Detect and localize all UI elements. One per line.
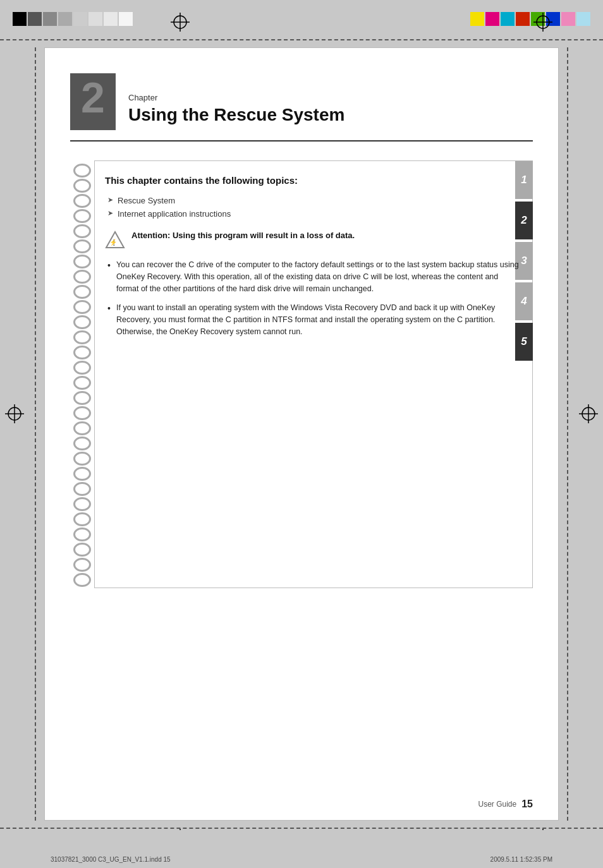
- dashed-line-bottom: [0, 828, 603, 829]
- page-footer: User Guide 15: [478, 799, 533, 810]
- color-blocks-right: [470, 12, 590, 26]
- color-block-light2: [88, 12, 102, 26]
- spiral-ring: [73, 391, 91, 405]
- content-box-header: This chapter contains the following topi…: [105, 174, 520, 187]
- topic-item: Rescue System: [107, 196, 520, 205]
- spiral-ring: [73, 315, 91, 329]
- color-block-light1: [73, 12, 87, 26]
- chapter-number-box: 2: [70, 73, 116, 130]
- spiral-ring: [73, 239, 91, 253]
- spiral-ring: [73, 346, 91, 359]
- spiral-ring: [73, 512, 91, 526]
- spiral-ring: [73, 285, 91, 299]
- filename-left: 31037821_3000 C3_UG_EN_V1.1.indd 15: [51, 856, 171, 863]
- spiral-ring: [73, 497, 91, 511]
- crosshair-mid-left: [5, 404, 24, 426]
- footer-page-number: 15: [521, 799, 533, 810]
- color-block-dark: [28, 12, 42, 26]
- tab-1-label: 1: [521, 174, 527, 186]
- spiral-ring: [73, 406, 91, 420]
- filename-right: 2009.5.11 1:52:35 PM: [490, 856, 552, 863]
- crosshair-mid-right: [579, 404, 598, 426]
- color-block-cyan: [501, 12, 515, 26]
- spiral-ring: [73, 543, 91, 557]
- chapter-number: 2: [81, 73, 105, 119]
- color-block-black: [13, 12, 27, 26]
- spiral-ring: [73, 421, 91, 435]
- vert-dash-left: [35, 47, 36, 821]
- tab-2: 2: [515, 202, 533, 239]
- spiral-ring: [73, 224, 91, 238]
- color-block-pink: [561, 12, 575, 26]
- color-block-mid1: [43, 12, 57, 26]
- attention-icon: ! ⚡: [105, 230, 125, 250]
- content-box: 1 2 3 4 5 This chapter contains the: [94, 160, 533, 588]
- print-bar-top: [0, 0, 603, 38]
- color-block-yellow: [470, 12, 484, 26]
- spiral-ring: [73, 209, 91, 223]
- topics-list: Rescue System Internet application instr…: [105, 196, 520, 219]
- spiral-ring: [73, 376, 91, 390]
- spiral-ring: [73, 452, 91, 466]
- tab-5-label: 5: [521, 335, 527, 348]
- spiral-ring: [73, 179, 91, 193]
- spiral-ring: [73, 270, 91, 284]
- bullet-list: You can recover the C drive of the compu…: [105, 259, 520, 338]
- bullet-item: If you want to install an operating syst…: [107, 302, 520, 337]
- color-blocks-left: [13, 12, 133, 26]
- chapter-header: 2 Chapter Using the Rescue System: [70, 73, 533, 130]
- filename-bar: 31037821_3000 C3_UG_EN_V1.1.indd 15 2009…: [0, 856, 603, 863]
- dashed-line-top: [0, 39, 603, 40]
- spiral-ring: [73, 482, 91, 496]
- topic-item: Internet application instructions: [107, 209, 520, 219]
- spiral-ring: [73, 467, 91, 481]
- spiral-ring: [73, 558, 91, 572]
- color-block-mid2: [58, 12, 72, 26]
- attention-section: ! ⚡ Attention: Using this program will r…: [105, 230, 520, 250]
- chapter-title: Using the Rescue System: [128, 105, 344, 125]
- spiral-binding: [70, 160, 94, 588]
- spiral-ring: [73, 527, 91, 541]
- spiral-ring: [73, 194, 91, 208]
- tab-3-label: 3: [521, 255, 527, 267]
- body-area: 1 2 3 4 5 This chapter contains the: [70, 160, 533, 588]
- bullet-item: You can recover the C drive of the compu…: [107, 259, 520, 294]
- footer-label: User Guide: [478, 800, 517, 809]
- tab-4-label: 4: [521, 295, 527, 308]
- color-block-magenta: [485, 12, 499, 26]
- spiral-ring: [73, 573, 91, 587]
- color-block-lighter: [104, 12, 118, 26]
- color-block-red: [516, 12, 530, 26]
- page-content: 2 Chapter Using the Rescue System: [44, 47, 559, 821]
- chapter-label: Chapter: [128, 93, 157, 102]
- crosshair-top-right: [533, 13, 552, 34]
- vert-dash-right: [567, 47, 568, 821]
- spiral-ring: [73, 255, 91, 268]
- page-inner: 2 Chapter Using the Rescue System: [45, 48, 558, 820]
- color-block-lblue: [576, 12, 590, 26]
- tab-1: 1: [515, 161, 533, 199]
- spiral-ring: [73, 300, 91, 314]
- chapter-label-title: Chapter Using the Rescue System: [128, 93, 344, 130]
- spiral-ring: [73, 330, 91, 344]
- chapter-divider: [70, 140, 533, 142]
- tab-2-label: 2: [521, 214, 527, 227]
- spiral-ring: [73, 164, 91, 178]
- spiral-ring: [73, 437, 91, 450]
- attention-text: Attention: Using this program will resul…: [131, 230, 355, 241]
- spiral-ring: [73, 361, 91, 375]
- color-block-white: [119, 12, 133, 26]
- crosshair-top-left: [171, 13, 190, 34]
- svg-text:⚡: ⚡: [109, 238, 118, 246]
